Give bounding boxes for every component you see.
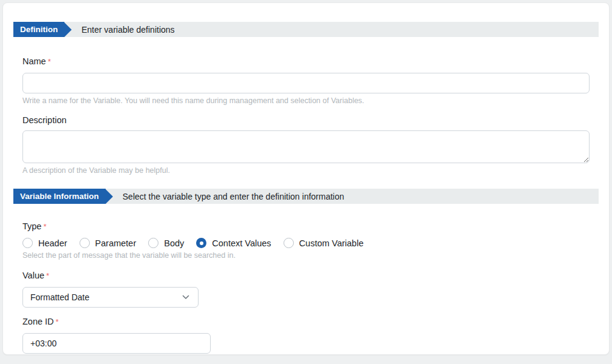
description-textarea[interactable] [22,130,590,163]
value-select[interactable]: Formatted Date [22,287,199,308]
section-tab-label: Definition [20,25,58,34]
value-select-selected: Formatted Date [30,292,89,302]
section-description: Enter variable definitions [81,25,174,35]
name-label: Name* [22,56,590,67]
description-label: Description [22,115,590,126]
name-input[interactable] [22,73,590,93]
required-asterisk: * [48,57,51,66]
section-tab-definition: Definition [13,22,64,37]
radio-parameter[interactable]: Parameter [80,238,137,248]
section-header-definition: Definition Enter variable definitions [13,22,599,37]
radio-body[interactable]: Body [148,238,184,248]
radio-button-icon[interactable] [284,238,294,248]
name-help-text: Write a name for the Variable. You will … [22,96,590,106]
type-help-text: Select the part of message that the vari… [22,251,590,260]
section-tab-label: Variable Information [20,192,99,201]
radio-button-icon[interactable] [22,238,33,248]
radio-context-values[interactable]: Context Values [196,238,271,248]
zone-id-label: Zone ID* [22,316,590,328]
section-header-variable-information: Variable Information Select the variable… [13,189,599,204]
type-label: Type* [22,221,590,232]
description-help-text: A description of the Variable may be hel… [22,166,590,175]
type-radio-group: Header Parameter Body Context Values Cus… [22,238,590,248]
zone-id-input[interactable] [22,333,211,354]
required-asterisk: * [56,317,59,326]
radio-button-icon[interactable] [196,238,206,248]
radio-header[interactable]: Header [22,238,67,248]
value-label: Value* [22,270,590,281]
section-tab-arrow-icon [64,22,72,37]
section-tab-arrow-icon [106,189,113,204]
radio-button-icon[interactable] [80,238,90,248]
section-description: Select the variable type and enter the d… [123,192,344,201]
required-asterisk: * [43,222,46,231]
radio-custom-variable[interactable]: Custom Variable [284,238,364,248]
form-card: Definition Enter variable definitions Na… [2,2,610,355]
section-tab-variable-information: Variable Information [13,189,106,204]
radio-button-icon[interactable] [148,238,158,248]
required-asterisk: * [46,271,49,280]
chevron-down-icon [181,292,191,302]
